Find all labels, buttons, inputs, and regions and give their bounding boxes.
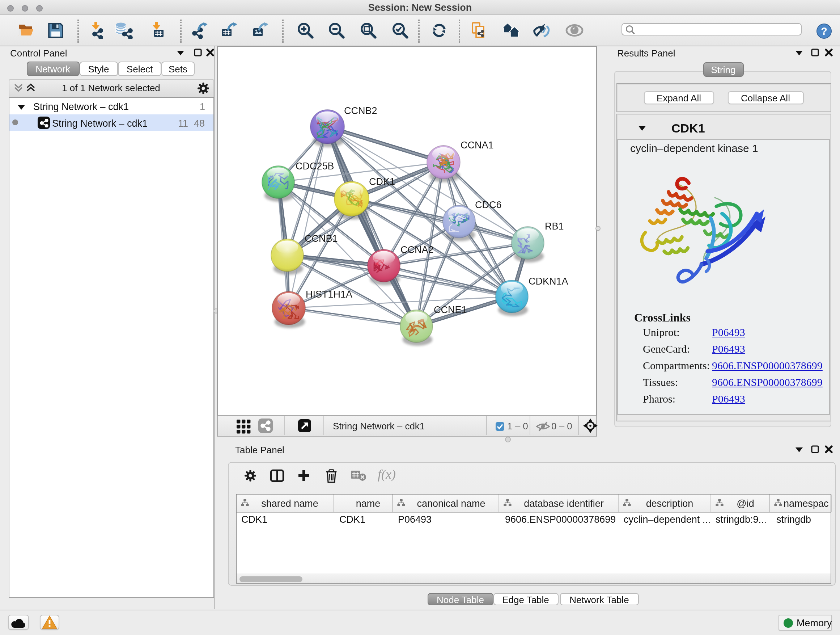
svg-text:HIST1H1A: HIST1H1A (306, 289, 352, 300)
svg-text:CDC6: CDC6 (475, 200, 502, 211)
svg-text:CCNE1: CCNE1 (434, 304, 467, 315)
svg-text:CDC25B: CDC25B (295, 161, 334, 172)
svg-text:RB1: RB1 (545, 221, 564, 232)
svg-text:CCNB1: CCNB1 (305, 233, 338, 244)
svg-text:CDK1: CDK1 (369, 176, 395, 187)
svg-text:CDKN1A: CDKN1A (529, 276, 568, 287)
svg-text:CCNA1: CCNA1 (461, 140, 494, 150)
svg-text:CCNA2: CCNA2 (401, 244, 434, 255)
svg-text:CCNB2: CCNB2 (344, 105, 377, 116)
svg-text:?: ? (821, 25, 827, 36)
